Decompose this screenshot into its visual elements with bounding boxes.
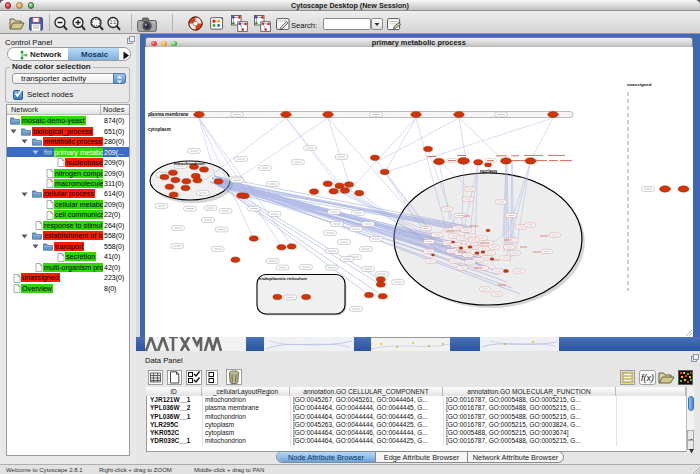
svg-text:mitochondrion: mitochondrion xyxy=(174,161,205,166)
svg-text:plasma membrane: plasma membrane xyxy=(148,112,189,117)
svg-text:cytoplasm: cytoplasm xyxy=(148,127,171,132)
svg-text:unassigned: unassigned xyxy=(627,82,652,87)
svg-text:f(x): f(x) xyxy=(641,372,654,382)
svg-text:endoplasmic reticulum: endoplasmic reticulum xyxy=(259,276,307,281)
svg-text:1:1: 1:1 xyxy=(110,20,117,25)
svg-text:nucleus: nucleus xyxy=(480,169,498,174)
